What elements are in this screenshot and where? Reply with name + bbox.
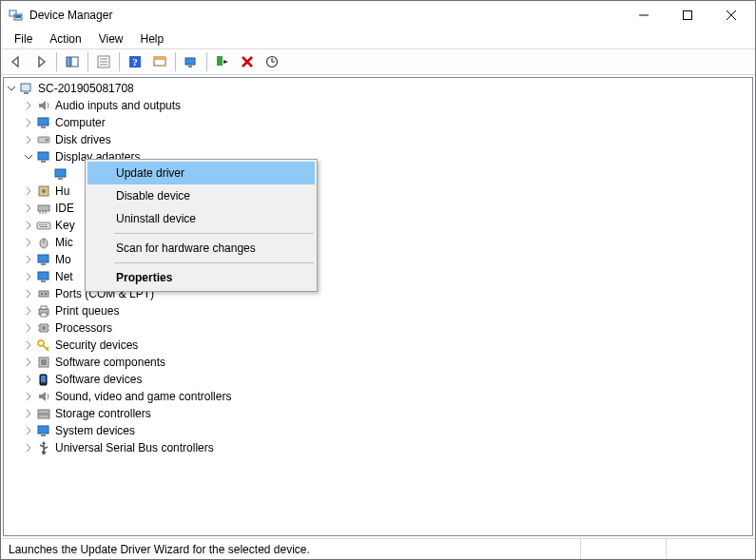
computer-icon bbox=[19, 81, 34, 96]
svg-rect-72 bbox=[41, 434, 46, 436]
tree-row[interactable]: Universal Serial Bus controllers bbox=[23, 439, 752, 456]
chevron-right-icon[interactable] bbox=[23, 100, 34, 111]
close-button[interactable] bbox=[709, 1, 753, 29]
tree-row[interactable]: Computer bbox=[23, 114, 752, 131]
chevron-right-icon[interactable] bbox=[23, 271, 34, 282]
titlebar: Device Manager bbox=[1, 1, 755, 29]
tree-row[interactable]: System devices bbox=[23, 422, 752, 439]
chevron-down-icon[interactable] bbox=[23, 151, 34, 163]
svg-rect-2 bbox=[15, 15, 21, 18]
svg-point-52 bbox=[45, 293, 47, 295]
svg-rect-66 bbox=[41, 359, 47, 365]
enable-device-button[interactable] bbox=[211, 50, 234, 73]
tree-label: Processors bbox=[55, 321, 112, 335]
svg-rect-32 bbox=[58, 178, 63, 180]
chevron-right-icon[interactable] bbox=[23, 203, 34, 214]
chevron-right-icon[interactable] bbox=[23, 374, 34, 385]
app-icon bbox=[9, 8, 24, 23]
speaker-icon bbox=[36, 389, 51, 404]
svg-rect-55 bbox=[41, 313, 47, 317]
svg-rect-50 bbox=[39, 291, 48, 297]
chevron-right-icon[interactable] bbox=[23, 322, 34, 334]
chevron-right-icon[interactable] bbox=[23, 305, 34, 317]
tree-row-root[interactable]: SC-201905081708 bbox=[6, 80, 752, 97]
minimize-button[interactable] bbox=[622, 1, 666, 29]
speaker-icon bbox=[36, 98, 51, 113]
ctx-scan-hardware[interactable]: Scan for hardware changes bbox=[87, 237, 315, 260]
scan-hardware-button[interactable] bbox=[180, 50, 203, 73]
disk-icon bbox=[36, 132, 51, 147]
ctx-label: Update driver bbox=[116, 166, 184, 180]
update-driver-button[interactable] bbox=[261, 50, 283, 73]
tree-row[interactable]: Disk drives bbox=[23, 131, 752, 148]
tree-row[interactable]: Storage controllers bbox=[23, 405, 752, 422]
menu-help[interactable]: Help bbox=[133, 30, 172, 48]
tree-row[interactable]: Security devices bbox=[23, 337, 752, 354]
context-menu: Update driver Disable device Uninstall d… bbox=[85, 159, 318, 292]
ctx-disable-device[interactable]: Disable device bbox=[87, 184, 315, 207]
no-arrow bbox=[40, 168, 51, 180]
svg-rect-4 bbox=[684, 11, 692, 20]
svg-rect-43 bbox=[40, 226, 48, 227]
menu-action[interactable]: Action bbox=[42, 30, 88, 48]
tree-row[interactable]: Print queues bbox=[23, 302, 752, 319]
ctx-label: Uninstall device bbox=[116, 212, 196, 225]
svg-point-28 bbox=[46, 139, 48, 142]
forward-button[interactable] bbox=[29, 50, 52, 73]
svg-rect-18 bbox=[188, 66, 192, 68]
tree-row[interactable]: Audio inputs and outputs bbox=[23, 97, 752, 114]
action-center-button[interactable] bbox=[148, 50, 171, 73]
back-button[interactable] bbox=[5, 50, 28, 73]
port-icon bbox=[36, 286, 51, 301]
chevron-right-icon[interactable] bbox=[23, 288, 34, 299]
device-tree-pane[interactable]: SC-201905081708 Audio inputs and outputs bbox=[3, 77, 753, 536]
tree-row[interactable]: Software devices bbox=[23, 371, 752, 388]
svg-rect-30 bbox=[41, 161, 46, 163]
chevron-right-icon[interactable] bbox=[23, 117, 34, 128]
chevron-right-icon[interactable] bbox=[23, 391, 34, 402]
properties-button[interactable] bbox=[92, 50, 115, 73]
tree-label: Computer bbox=[55, 116, 106, 129]
maximize-button[interactable] bbox=[666, 1, 709, 29]
chevron-down-icon[interactable] bbox=[6, 83, 17, 94]
tree-label: Storage controllers bbox=[55, 407, 151, 420]
chevron-right-icon[interactable] bbox=[23, 237, 34, 248]
chevron-right-icon[interactable] bbox=[23, 220, 34, 231]
uninstall-button[interactable] bbox=[236, 50, 259, 73]
chevron-right-icon[interactable] bbox=[23, 254, 34, 265]
svg-point-34 bbox=[42, 189, 46, 193]
tree-label: Software components bbox=[55, 356, 165, 369]
content-area: SC-201905081708 Audio inputs and outputs bbox=[1, 75, 755, 538]
tree-label: IDE bbox=[55, 202, 74, 215]
chevron-right-icon[interactable] bbox=[23, 408, 34, 419]
svg-rect-39 bbox=[37, 222, 50, 229]
status-cell bbox=[666, 539, 751, 559]
menu-view[interactable]: View bbox=[91, 30, 131, 48]
help-button[interactable]: ? bbox=[124, 50, 146, 73]
svg-rect-24 bbox=[24, 92, 29, 94]
svg-rect-8 bbox=[71, 57, 78, 67]
svg-rect-47 bbox=[41, 263, 46, 265]
chevron-right-icon[interactable] bbox=[23, 185, 34, 197]
menu-file[interactable]: File bbox=[7, 30, 40, 48]
software-device-icon bbox=[36, 372, 51, 387]
ctx-uninstall-device[interactable]: Uninstall device bbox=[87, 207, 315, 230]
tree-row[interactable]: Software components bbox=[23, 354, 752, 371]
printer-icon bbox=[36, 303, 51, 319]
tree-label: Mo bbox=[55, 253, 71, 266]
show-hide-tree-button[interactable] bbox=[61, 50, 84, 73]
chevron-right-icon[interactable] bbox=[23, 442, 34, 454]
chevron-right-icon[interactable] bbox=[23, 339, 34, 351]
chevron-right-icon[interactable] bbox=[23, 357, 34, 368]
tree-row[interactable]: Sound, video and game controllers bbox=[23, 388, 752, 405]
tree-label: SC-201905081708 bbox=[38, 82, 134, 95]
svg-rect-23 bbox=[21, 84, 30, 91]
tree-label: Audio inputs and outputs bbox=[55, 99, 181, 112]
statusbar: Launches the Update Driver Wizard for th… bbox=[1, 538, 755, 559]
menubar: File Action View Help bbox=[1, 29, 755, 48]
ctx-properties[interactable]: Properties bbox=[87, 266, 315, 289]
chevron-right-icon[interactable] bbox=[23, 134, 34, 145]
tree-row[interactable]: Processors bbox=[23, 319, 752, 337]
ctx-update-driver[interactable]: Update driver bbox=[87, 162, 315, 184]
chevron-right-icon[interactable] bbox=[23, 425, 34, 436]
